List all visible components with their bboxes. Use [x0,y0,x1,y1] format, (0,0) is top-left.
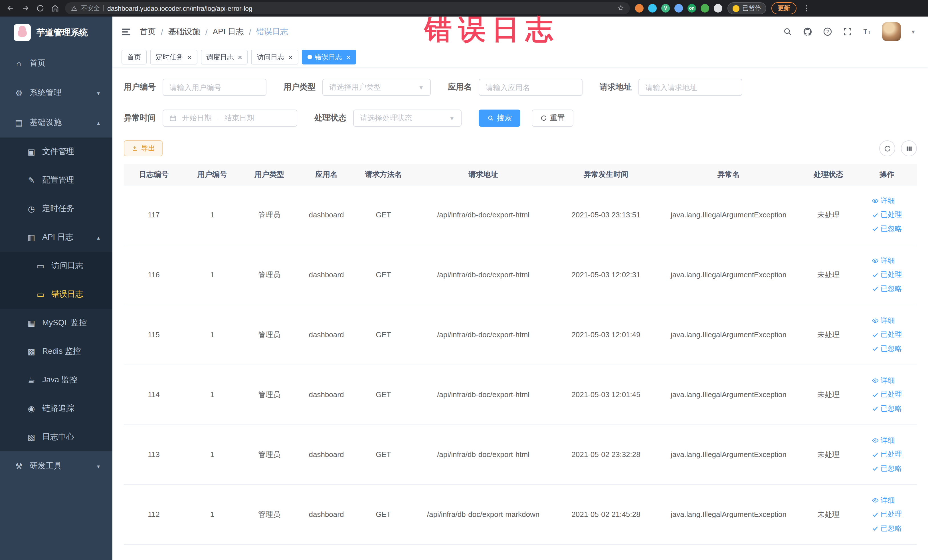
reset-button[interactable]: 重置 [532,110,573,127]
sidebar-item-error-log[interactable]: ▭ 错误日志 [0,280,112,309]
processed-link[interactable]: 已处理 [872,209,902,221]
paused-badge[interactable]: 已暂停 [728,2,766,14]
cell-actions: 详细 已处理 已忽略 [857,484,917,544]
sidebar-item-home[interactable]: ⌂ 首页 [0,49,112,78]
help-icon[interactable]: ? [822,26,832,37]
browser-menu-icon[interactable] [801,3,811,13]
extension-grid[interactable] [675,4,683,12]
sidebar-item-dev-tools[interactable]: ⚒ 研发工具 ▾ [0,451,112,481]
extension-drop[interactable] [648,4,657,12]
close-icon[interactable]: × [288,53,292,61]
sidebar-item-log-center[interactable]: ▧ 日志中心 [0,423,112,451]
close-icon[interactable]: × [187,53,191,61]
ignored-link[interactable]: 已忽略 [872,462,902,475]
sidebar-item-infrastructure[interactable]: ▤ 基础设施 ▴ [0,108,112,137]
sidebar-item-java-monitor[interactable]: ☕ Java 监控 [0,366,112,394]
close-icon[interactable]: × [346,53,351,61]
browser-home-icon[interactable] [50,3,60,13]
sidebar-item-access-log[interactable]: ▭ 访问日志 [0,252,112,280]
font-size-icon[interactable]: TT [862,26,872,37]
table-row: 113 1 管理员 dashboard GET /api/infra/db-do… [124,424,917,484]
tag-schedule-log[interactable]: 调度日志 × [200,50,247,64]
tag-error-log[interactable]: 错误日志 × [302,50,356,64]
app-logo[interactable]: 芋道管理系统 [0,17,112,49]
sidebar-item-redis-monitor[interactable]: ▩ Redis 监控 [0,337,112,366]
date-range-input[interactable]: 开始日期 - 结束日期 [163,110,297,127]
ignored-link[interactable]: 已忽略 [872,223,902,235]
cell-exception-time: 2021-05-03 12:01:45 [554,365,657,424]
extension-leaf[interactable] [701,4,709,12]
logo-rabbit-icon [14,24,31,41]
sidebar-item-scheduled-jobs[interactable]: ◷ 定时任务 [0,195,112,223]
detail-link[interactable]: 详细 [872,374,895,387]
reload-icon[interactable] [35,3,45,13]
sidebar-menu: ⌂ 首页 ⚙ 系统管理 ▾ ▤ 基础设施 ▴ [0,49,112,560]
search-button[interactable]: 搜索 [479,110,520,127]
github-icon[interactable] [802,26,812,37]
extension-orange[interactable] [635,4,644,12]
process-status-select[interactable]: 请选择处理状态 ▼ [353,110,462,127]
refresh-button[interactable] [879,140,895,156]
cell-user-type: 管理员 [241,484,298,544]
sidebar-item-file-mgmt[interactable]: ▣ 文件管理 [0,137,112,166]
processed-link[interactable]: 已处理 [872,508,902,521]
filter-user-type: 用户类型 请选择用户类型 ▼ [284,79,431,96]
cell-exception-name: java.lang.IllegalArgumentException [657,185,800,245]
breadcrumb-item[interactable]: 错误日志 [256,26,288,37]
fullscreen-icon[interactable] [842,26,852,37]
smiley-icon [733,5,739,12]
update-button[interactable]: 更新 [771,2,797,14]
sidebar-item-system-mgmt[interactable]: ⚙ 系统管理 ▾ [0,78,112,108]
tag-access-log[interactable]: 访问日志 × [251,50,298,64]
app-name-input[interactable] [479,79,583,96]
sidebar-item-mysql-monitor[interactable]: ▦ MySQL 监控 [0,309,112,337]
sidebar-item-trace[interactable]: ◉ 链路追踪 [0,394,112,423]
processed-link[interactable]: 已处理 [872,269,902,281]
user-id-input[interactable] [163,79,266,96]
avatar[interactable] [882,22,901,41]
detail-link[interactable]: 详细 [872,255,895,267]
exception-time-label: 异常时间 [124,113,156,123]
ignored-link[interactable]: 已忽略 [872,282,902,295]
avatar-caret-icon[interactable]: ▼ [911,29,916,35]
processed-link[interactable]: 已处理 [872,328,902,341]
search-icon[interactable] [782,26,792,37]
breadcrumb-item[interactable]: 首页 [140,26,156,37]
extension-on-badge[interactable]: on [687,4,696,12]
request-url-input[interactable] [638,79,742,96]
ignored-link[interactable]: 已忽略 [872,402,902,415]
detail-link[interactable]: 详细 [872,434,895,447]
ignored-link[interactable]: 已忽略 [872,342,902,355]
close-icon[interactable]: × [238,53,242,61]
detail-link[interactable]: 详细 [872,195,895,208]
extension-vue[interactable]: V [661,4,670,12]
detail-link[interactable]: 详细 [872,494,895,507]
sidebar-item-config-mgmt[interactable]: ✎ 配置管理 [0,166,112,195]
page-url[interactable]: dashboard.yudao.iocoder.cn/infra/log/api… [107,5,614,12]
extension-pin[interactable] [714,4,722,12]
security-label[interactable]: 不安全 [81,4,100,12]
tag-home[interactable]: 首页 × [122,50,147,64]
tag-scheduled-jobs[interactable]: 定时任务 × [150,50,197,64]
user-type-label: 用户类型 [284,82,316,92]
address-bar[interactable]: 不安全 dashboard.yudao.iocoder.cn/infra/log… [65,2,630,14]
sidebar-item-api-logs[interactable]: ▥ API 日志 ▴ [0,223,112,252]
breadcrumb-item[interactable]: 基础设施 [168,26,200,37]
processed-link[interactable]: 已处理 [872,448,902,461]
back-icon[interactable] [6,3,15,13]
bookmark-star-icon[interactable] [617,4,624,12]
export-button[interactable]: 导出 [124,140,163,156]
processed-link[interactable]: 已处理 [872,388,902,401]
detail-link[interactable]: 详细 [872,314,895,327]
cell-user-id: 1 [184,365,241,424]
column-header: 日志编号 [124,164,184,185]
hamburger-icon[interactable] [121,26,132,37]
user-type-select[interactable]: 请选择用户类型 ▼ [322,79,431,96]
column-header: 请求地址 [412,164,554,185]
forward-icon[interactable] [21,3,30,13]
breadcrumb-item[interactable]: API 日志 [213,26,244,37]
check-icon [872,211,879,218]
ignored-link[interactable]: 已忽略 [872,522,902,535]
column-settings-button[interactable] [901,140,917,156]
sidebar: 芋道管理系统 ⌂ 首页 ⚙ 系统管理 ▾ [0,17,112,560]
